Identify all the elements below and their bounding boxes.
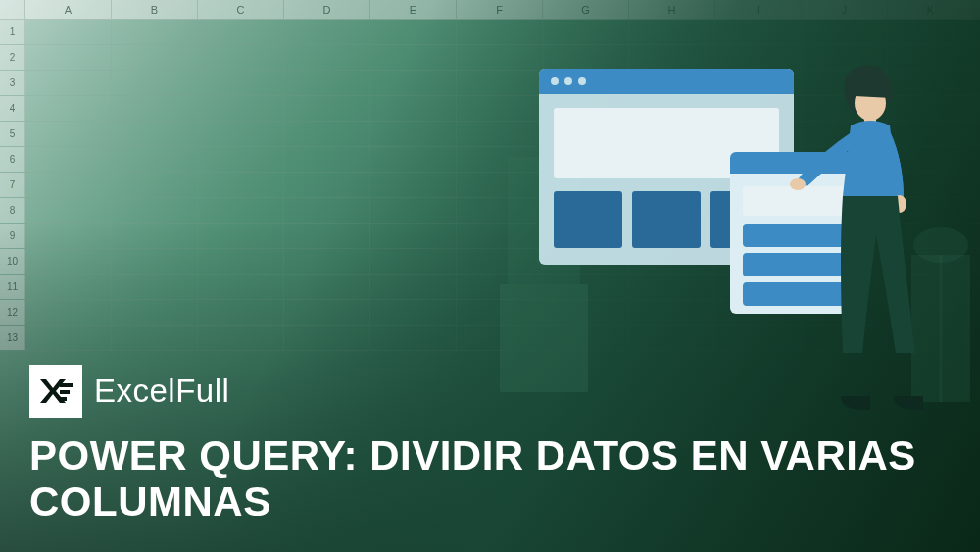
cell xyxy=(802,20,888,44)
svg-rect-12 xyxy=(554,191,622,248)
svg-rect-0 xyxy=(500,284,588,392)
col-header: A xyxy=(25,0,112,19)
cell xyxy=(284,147,370,172)
col-header: E xyxy=(370,0,457,19)
cell xyxy=(25,224,112,248)
cell xyxy=(284,249,370,274)
col-header: C xyxy=(198,0,284,19)
cell xyxy=(370,20,457,44)
cell xyxy=(284,122,370,146)
grid-row: 1 xyxy=(0,20,980,45)
illustration-person-windows xyxy=(500,49,970,422)
svg-point-8 xyxy=(551,77,559,85)
cell xyxy=(198,300,284,325)
brand-name-light: Full xyxy=(175,373,229,409)
svg-rect-21 xyxy=(743,282,845,306)
cell xyxy=(112,20,198,44)
row-header: 10 xyxy=(0,249,25,274)
cell xyxy=(370,224,457,248)
svg-rect-18 xyxy=(743,186,845,216)
cell xyxy=(370,249,457,274)
cell xyxy=(198,45,284,70)
cell xyxy=(112,96,198,121)
svg-point-24 xyxy=(790,178,806,190)
col-header: I xyxy=(715,0,802,19)
col-header: F xyxy=(457,0,543,19)
svg-rect-29 xyxy=(60,397,67,401)
cell xyxy=(284,96,370,121)
svg-rect-13 xyxy=(632,191,701,248)
cell xyxy=(370,45,457,70)
cell xyxy=(198,224,284,248)
cell xyxy=(284,71,370,95)
cell xyxy=(198,249,284,274)
brand-name-strong: Excel xyxy=(94,373,175,409)
cell xyxy=(284,326,370,350)
cell xyxy=(198,71,284,95)
cell xyxy=(284,20,370,44)
row-header: 13 xyxy=(0,326,25,350)
cell xyxy=(284,275,370,299)
cell xyxy=(112,71,198,95)
svg-rect-19 xyxy=(743,224,845,247)
cell xyxy=(112,173,198,197)
cell xyxy=(370,198,457,223)
cell xyxy=(370,275,457,299)
row-header: 5 xyxy=(0,122,25,146)
cell xyxy=(198,326,284,350)
cell xyxy=(370,96,457,121)
row-header: 7 xyxy=(0,173,25,197)
cell xyxy=(370,326,457,350)
cell xyxy=(25,45,112,70)
cell xyxy=(25,20,112,44)
cell xyxy=(629,20,715,44)
cell xyxy=(112,300,198,325)
cell xyxy=(198,173,284,197)
svg-rect-28 xyxy=(60,390,70,394)
cell xyxy=(25,96,112,121)
popup-window-icon xyxy=(730,152,858,314)
col-header: D xyxy=(284,0,370,19)
page-title: POWER QUERY: DIVIDIR DATOS EN VARIAS COL… xyxy=(29,432,951,525)
cell xyxy=(457,20,543,44)
row-header: 9 xyxy=(0,224,25,248)
cell xyxy=(25,147,112,172)
row-header: 8 xyxy=(0,198,25,223)
logo-badge-icon xyxy=(29,365,82,418)
cell xyxy=(112,326,198,350)
row-header: 2 xyxy=(0,45,25,70)
cell xyxy=(25,300,112,325)
cell xyxy=(370,173,457,197)
cell xyxy=(25,71,112,95)
cell xyxy=(198,198,284,223)
cell xyxy=(284,300,370,325)
cell xyxy=(112,275,198,299)
cell xyxy=(198,275,284,299)
col-header: K xyxy=(888,0,974,19)
col-header: G xyxy=(543,0,629,19)
col-header: J xyxy=(802,0,888,19)
cell xyxy=(284,173,370,197)
cell xyxy=(25,326,112,350)
row-header: 1 xyxy=(0,20,25,44)
cell xyxy=(284,224,370,248)
cell xyxy=(112,224,198,248)
cell xyxy=(198,96,284,121)
grid-corner xyxy=(0,0,25,19)
svg-rect-7 xyxy=(539,88,794,94)
svg-point-4 xyxy=(913,227,968,263)
brand-name: ExcelFull xyxy=(94,373,229,410)
cell xyxy=(25,198,112,223)
svg-rect-27 xyxy=(60,383,73,387)
cell xyxy=(198,147,284,172)
row-header: 6 xyxy=(0,147,25,172)
cell xyxy=(112,147,198,172)
cell xyxy=(370,71,457,95)
cell xyxy=(715,20,802,44)
col-header: H xyxy=(629,0,715,19)
cell xyxy=(198,20,284,44)
svg-rect-17 xyxy=(730,168,858,174)
cell xyxy=(370,122,457,146)
cell xyxy=(25,122,112,146)
svg-rect-20 xyxy=(743,253,845,276)
